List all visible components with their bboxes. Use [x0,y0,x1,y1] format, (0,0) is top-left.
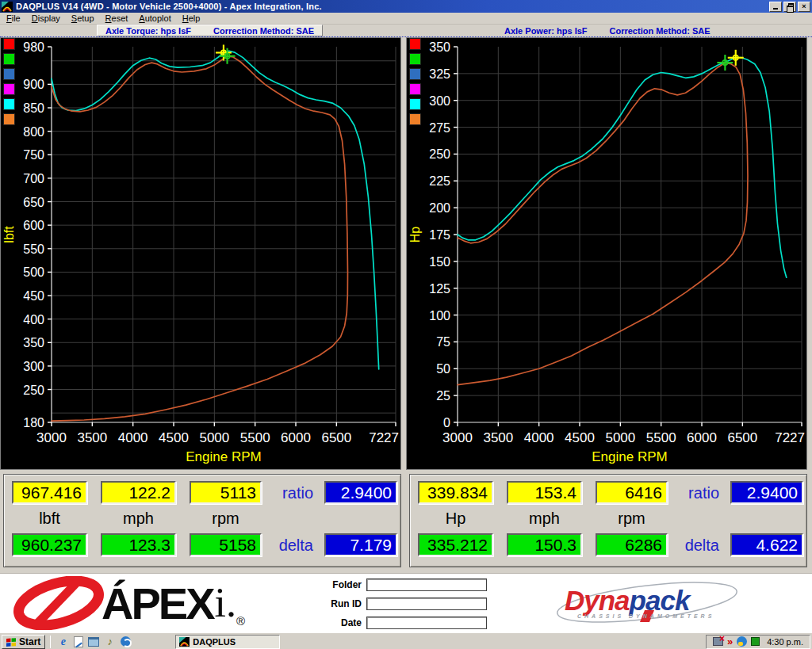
runid-input[interactable] [366,597,487,610]
daqplus-task-button[interactable]: DAQPLUS [175,635,280,649]
legend-swatch-magenta[interactable] [409,83,421,95]
close-button[interactable]: × [798,2,810,12]
x-tick-label: 7227 [369,430,399,445]
y-tick-label: 700 [23,172,44,185]
app-icon [2,2,13,12]
restore-button[interactable] [783,2,796,12]
power-unit-label: Hp [418,510,493,528]
folder-field-row: Folder [316,578,487,591]
menu-display[interactable]: Display [26,13,66,23]
axle-power-legend [409,38,422,128]
legend-swatch-orange[interactable] [409,113,421,125]
runid-label: Run ID [316,598,362,609]
x-tick-label: 6500 [321,430,351,445]
mail-icon[interactable] [74,636,83,647]
window-title: DAQPLUS V14 (4WD - Motor Vehicle 2500+40… [16,2,768,11]
y-tick-label: 275 [429,121,450,135]
sae-corrected-torque-curve [52,51,379,369]
restore-icon [788,3,794,8]
y-tick-label: 550 [23,242,44,256]
folder-input[interactable] [366,578,487,591]
legend-swatch-red[interactable] [3,38,15,50]
y-tick-label: 300 [429,94,450,108]
date-field-row: Date [316,617,487,629]
legend-swatch-green[interactable] [3,53,15,65]
y-axis-title: Hp [408,227,422,243]
power-correction-method: Correction Method: SAE [610,26,710,36]
x-tick-label: 3500 [483,430,513,445]
close-icon: × [802,2,806,10]
y-tick-label: 250 [23,384,44,397]
x-axis-title: Engine RPM [592,449,667,464]
x-tick-label: 5000 [605,430,635,445]
y-tick-label: 600 [23,219,44,232]
chart-region: 9809008508007507006506005505004504003503… [0,37,812,470]
legend-swatch-cyan[interactable] [3,98,15,110]
clock: 4:30 p.m. [767,637,803,647]
taskbar-separator [50,636,51,648]
legend-swatch-blue[interactable] [3,68,15,80]
y-tick-label: 400 [23,313,44,326]
legend-swatch-cyan[interactable] [409,98,421,110]
app-tray-icon[interactable] [751,637,760,646]
y-axis-title: lbft [2,226,16,243]
rpm-unit-label: rpm [190,510,262,528]
readout-region: 967.416 122.2 5113 ratio 2.9400 lbft mph… [0,470,812,573]
x-tick-label: 5000 [199,430,229,445]
axle-torque-plot: 9809008508007507006506005505004504003503… [1,38,400,469]
x-tick-label: 6500 [727,430,757,445]
legend-swatch-green[interactable] [409,53,421,65]
y-tick-label: 225 [429,174,450,188]
media-icon[interactable]: ♪ [104,636,116,647]
fast-forward-icon[interactable]: » [727,636,733,647]
date-input[interactable] [366,617,487,629]
y-tick-label: 75 [436,335,450,349]
apex-wordmark: ÁPEX [102,578,213,629]
torque-chart-header: Axle Torque: hps IsF Correction Method: … [97,25,323,36]
date-label: Date [316,617,362,628]
quick-launch-bar: e♪ [57,636,131,647]
y-tick-label: 750 [23,148,44,162]
legend-swatch-orange[interactable] [3,113,15,125]
delta-label: delta [243,536,313,555]
chart-header-bar: Axle Torque: hps IsF Correction Method: … [0,25,812,37]
network-error-icon[interactable] [713,637,723,646]
menu-bar: FileDisplaySetupResetAutoplotHelp [0,13,812,25]
legend-swatch-magenta[interactable] [3,83,15,95]
menu-autoplot[interactable]: Autoplot [133,13,176,23]
y-tick-label: 50 [436,362,450,376]
y-tick-label: 125 [429,282,450,296]
desktop-icon[interactable] [88,637,99,647]
legend-swatch-red[interactable] [409,38,421,50]
update-icon[interactable] [737,636,747,647]
y-tick-label: 850 [23,101,44,115]
start-button[interactable]: Start [2,635,45,649]
title-bar: DAQPLUS V14 (4WD - Motor Vehicle 2500+40… [0,0,812,13]
power-chart-panel[interactable]: 3503253002752502252001751501251007550250… [406,37,807,470]
minimize-icon [773,8,778,10]
y-tick-label: 0 [443,416,450,429]
ratio-label: ratio [243,484,313,502]
daqplus-app-icon [179,637,190,647]
torque-chart-title: Axle Torque: hps IsF [105,26,191,36]
measured-power-with-rundown-curve [458,63,748,384]
ratio-value: 2.9400 [324,481,397,504]
ratio-value: 2.9400 [730,481,803,504]
torque-chart-panel[interactable]: 9809008508007507006506005505004504003503… [0,37,401,470]
torque-unit-label: lbft [12,510,87,528]
minimize-button[interactable] [769,2,782,12]
legend-swatch-blue[interactable] [409,68,421,80]
dynapack-subtitle: CHASSIS DYNAMOMETERS [577,613,714,619]
menu-reset[interactable]: Reset [100,13,134,23]
y-tick-label: 450 [23,289,44,303]
msn-icon[interactable] [121,636,131,647]
apexi-logo: ÁPEX i. ® [11,575,245,631]
y-tick-label: 300 [23,360,44,373]
torque-readout-panel: 967.416 122.2 5113 ratio 2.9400 lbft mph… [3,474,401,567]
menu-file[interactable]: File [1,13,26,23]
sae-corrected-power-curve [458,58,787,278]
ie-icon[interactable]: e [57,636,69,647]
x-tick-label: 7227 [775,430,805,445]
menu-setup[interactable]: Setup [66,13,100,23]
menu-help[interactable]: Help [177,13,206,23]
